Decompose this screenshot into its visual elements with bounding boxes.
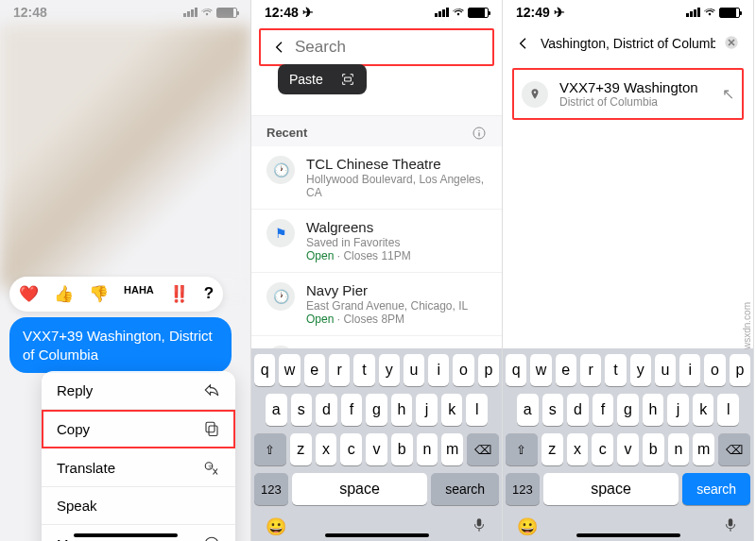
home-indicator[interactable] [576, 533, 680, 537]
key-q[interactable]: q [506, 354, 526, 386]
menu-speak[interactable]: Speak [42, 487, 235, 525]
key-z[interactable]: z [541, 433, 563, 465]
message-bubble[interactable]: VXX7+39 Washington, District of Columbia [9, 317, 232, 373]
key-d[interactable]: d [316, 394, 337, 426]
place-item[interactable]: 🕐 TCL Chinese Theatre Hollywood Boulevar… [251, 146, 502, 210]
key-h[interactable]: h [643, 394, 664, 426]
clock: 12:49 ✈ [516, 5, 565, 20]
key-b[interactable]: b [643, 433, 664, 465]
key-g[interactable]: g [366, 394, 387, 426]
status-bar: 12:49 ✈ [503, 0, 753, 25]
key-q[interactable]: q [254, 354, 275, 386]
reaction-thumbs-up[interactable]: 👍 [54, 284, 74, 304]
key-f[interactable]: f [341, 394, 363, 426]
key-j[interactable]: j [667, 394, 689, 426]
search-key[interactable]: search [431, 473, 499, 505]
key-l[interactable]: l [717, 394, 739, 426]
key-k[interactable]: k [693, 394, 714, 426]
key-n[interactable]: n [668, 433, 690, 465]
shift-key[interactable]: ⇧ [254, 433, 286, 465]
emoji-key[interactable]: 😀 [517, 516, 538, 537]
scan-icon[interactable] [340, 72, 355, 87]
key-r[interactable]: r [329, 354, 350, 386]
key-m[interactable]: m [441, 433, 463, 465]
key-y[interactable]: y [379, 354, 400, 386]
key-r[interactable]: r [580, 354, 601, 386]
key-v[interactable]: v [617, 433, 639, 465]
reaction-question[interactable]: ? [204, 284, 214, 304]
copy-icon [203, 420, 220, 437]
key-n[interactable]: n [417, 433, 438, 465]
search-input[interactable] [295, 38, 495, 57]
insert-icon[interactable]: ↖ [722, 85, 734, 103]
place-item[interactable]: ⚑ Walgreens Saved in Favorites Open · Cl… [251, 210, 502, 273]
delete-key[interactable]: ⌫ [718, 433, 750, 465]
key-t[interactable]: t [353, 354, 374, 386]
key-e[interactable]: e [304, 354, 325, 386]
key-c[interactable]: c [592, 433, 613, 465]
emoji-key[interactable]: 😀 [266, 516, 286, 537]
key-z[interactable]: z [290, 433, 312, 465]
home-indicator[interactable] [325, 533, 429, 537]
reaction-heart[interactable]: ❤️ [19, 284, 39, 304]
key-w[interactable]: w [279, 354, 300, 386]
space-key[interactable]: space [543, 473, 679, 505]
key-x[interactable]: x [316, 433, 337, 465]
search-key[interactable]: search [682, 473, 750, 505]
key-s[interactable]: s [291, 394, 313, 426]
search-result[interactable]: VXX7+39 Washington District of Columbia … [512, 68, 744, 120]
back-button[interactable] [514, 34, 533, 53]
reaction-bar[interactable]: ❤️ 👍 👎 HAHA ‼️ ? [9, 277, 223, 312]
reaction-exclaim[interactable]: ‼️ [169, 284, 189, 304]
back-button[interactable] [272, 38, 287, 57]
key-v[interactable]: v [366, 433, 387, 465]
num-key[interactable]: 123 [254, 473, 288, 505]
search-input[interactable] [541, 36, 715, 51]
key-o[interactable]: o [453, 354, 473, 386]
reaction-haha[interactable]: HAHA [124, 284, 154, 304]
menu-copy[interactable]: Copy [42, 410, 235, 448]
key-p[interactable]: p [478, 354, 499, 386]
key-i[interactable]: i [679, 354, 700, 386]
key-p[interactable]: p [730, 354, 750, 386]
key-x[interactable]: x [567, 433, 589, 465]
key-o[interactable]: o [704, 354, 725, 386]
paste-tooltip[interactable]: Paste [278, 64, 367, 94]
mic-key[interactable] [722, 516, 739, 537]
key-k[interactable]: k [441, 394, 463, 426]
key-i[interactable]: i [428, 354, 449, 386]
key-a[interactable]: a [517, 394, 539, 426]
key-h[interactable]: h [391, 394, 413, 426]
key-w[interactable]: w [530, 354, 551, 386]
info-icon[interactable] [472, 126, 487, 141]
key-f[interactable]: f [593, 394, 614, 426]
key-e[interactable]: e [556, 354, 576, 386]
key-m[interactable]: m [693, 433, 714, 465]
key-l[interactable]: l [466, 394, 488, 426]
key-t[interactable]: t [605, 354, 626, 386]
key-j[interactable]: j [416, 394, 438, 426]
shift-key[interactable]: ⇧ [506, 433, 538, 465]
context-menu: Reply Copy Translate 文 Speak More... [42, 371, 235, 541]
key-y[interactable]: y [630, 354, 651, 386]
delete-key[interactable]: ⌫ [467, 433, 499, 465]
space-key[interactable]: space [292, 473, 427, 505]
key-g[interactable]: g [617, 394, 639, 426]
search-bar [261, 30, 492, 64]
key-s[interactable]: s [542, 394, 564, 426]
menu-reply[interactable]: Reply [42, 371, 235, 410]
key-u[interactable]: u [404, 354, 424, 386]
key-a[interactable]: a [266, 394, 287, 426]
key-d[interactable]: d [567, 394, 589, 426]
home-indicator[interactable] [74, 533, 178, 537]
num-key[interactable]: 123 [506, 473, 540, 505]
place-item[interactable]: 🕐 Navy Pier East Grand Avenue, Chicago, … [251, 273, 502, 336]
reaction-thumbs-down[interactable]: 👎 [89, 284, 109, 304]
mic-key[interactable] [471, 516, 488, 537]
key-u[interactable]: u [655, 354, 676, 386]
svg-point-4 [205, 537, 218, 541]
menu-translate[interactable]: Translate 文 [42, 448, 235, 487]
key-c[interactable]: c [340, 433, 362, 465]
key-b[interactable]: b [391, 433, 413, 465]
clear-icon[interactable] [723, 34, 742, 53]
